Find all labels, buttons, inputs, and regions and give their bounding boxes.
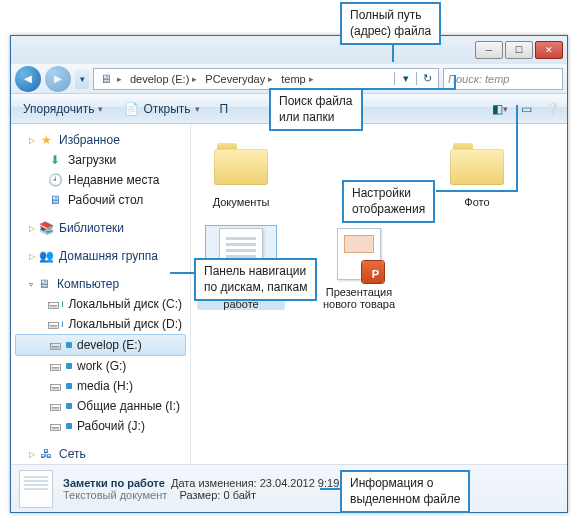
callout-navpanel: Панель навигации по дискам, папкам: [194, 258, 317, 301]
folder-icon: [214, 143, 268, 185]
nav-computer[interactable]: ▿🖥Компьютер: [11, 274, 190, 294]
network-icon: 🖧: [38, 446, 54, 462]
navigation-pane: ▷★Избранное ⬇Загрузки 🕘Недавние места 🖥Р…: [11, 124, 191, 464]
callout-line: [354, 88, 454, 90]
history-dropdown[interactable]: ▾: [75, 69, 89, 89]
drive-icon: 🖴: [47, 358, 63, 374]
nav-drive-h[interactable]: 🖴media (H:): [11, 376, 190, 396]
crumb-folder1[interactable]: PCeveryday▸: [201, 69, 277, 89]
view-mode-button[interactable]: ◧ ▾: [491, 100, 509, 118]
drive-icon: 🖴: [47, 296, 59, 312]
star-icon: ★: [38, 132, 54, 148]
open-icon: 📄: [123, 101, 139, 117]
nav-homegroup[interactable]: ▷👥Домашняя группа: [11, 246, 190, 266]
callout-line: [170, 272, 194, 274]
callout-info: Информация о выделенном файле: [340, 470, 470, 513]
item-folder-documents[interactable]: Документы: [197, 136, 285, 208]
titlebar: ─ ☐ ✕: [11, 36, 567, 64]
crumb-drive[interactable]: develop (E:)▸: [126, 69, 201, 89]
item-label: Фото: [464, 196, 489, 208]
callout-search: Поиск файла или папки: [269, 88, 363, 131]
back-button[interactable]: ◄: [15, 66, 41, 92]
drive-icon: 🖴: [47, 418, 63, 434]
organize-button[interactable]: Упорядочить ▾: [17, 100, 109, 118]
open-button[interactable]: 📄Открыть ▾: [117, 99, 205, 119]
minimize-button[interactable]: ─: [475, 41, 503, 59]
status-text: Заметки по работе Дата изменения: 23.04.…: [63, 477, 339, 501]
nav-desktop[interactable]: 🖥Рабочий стол: [11, 190, 190, 210]
maximize-button[interactable]: ☐: [505, 41, 533, 59]
powerpoint-icon: [337, 228, 381, 280]
homegroup-icon: 👥: [38, 248, 54, 264]
download-icon: ⬇: [47, 152, 63, 168]
refresh-button[interactable]: ↻: [416, 72, 438, 85]
nav-drive-c[interactable]: 🖴Локальный диск (C:): [11, 294, 190, 314]
callout-line: [454, 75, 456, 90]
folder-icon: [450, 143, 504, 185]
library-icon: 📚: [38, 220, 54, 236]
drive-icon: 🖴: [47, 316, 59, 332]
drive-icon: 🖴: [47, 398, 63, 414]
more-button[interactable]: П: [214, 100, 235, 118]
addr-dropdown[interactable]: ▾: [394, 72, 416, 85]
item-label: Презентация нового товара: [315, 286, 403, 310]
forward-button[interactable]: ►: [45, 66, 71, 92]
search-input[interactable]: Поиск: temp: [443, 68, 563, 90]
callout-line: [516, 105, 518, 192]
item-file-presentation[interactable]: Презентация нового товара: [315, 226, 403, 310]
callout-line: [320, 488, 340, 490]
nav-favorites[interactable]: ▷★Избранное: [11, 130, 190, 150]
crumb-folder2[interactable]: temp▸: [277, 69, 317, 89]
help-button[interactable]: ❔: [543, 100, 561, 118]
nav-libraries[interactable]: ▷📚Библиотеки: [11, 218, 190, 238]
crumb-root[interactable]: 🖥▸: [94, 69, 126, 89]
drive-icon: 🖴: [47, 378, 63, 394]
nav-drive-e[interactable]: 🖴develop (E:): [15, 334, 186, 356]
close-button[interactable]: ✕: [535, 41, 563, 59]
status-bar: Заметки по работе Дата изменения: 23.04.…: [11, 464, 567, 512]
computer-icon: 🖥: [36, 276, 52, 292]
callout-path: Полный путь (адрес) файла: [340, 2, 441, 45]
recent-icon: 🕘: [47, 172, 63, 188]
preview-pane-button[interactable]: ▭: [517, 100, 535, 118]
nav-drive-g[interactable]: 🖴work (G:): [11, 356, 190, 376]
search-placeholder: Поиск: temp: [448, 73, 509, 85]
nav-downloads[interactable]: ⬇Загрузки: [11, 150, 190, 170]
item-label: Документы: [213, 196, 270, 208]
callout-line: [436, 190, 516, 192]
nav-network[interactable]: ▷🖧Сеть: [11, 444, 190, 464]
nav-recent[interactable]: 🕘Недавние места: [11, 170, 190, 190]
address-box[interactable]: 🖥▸ develop (E:)▸ PCeveryday▸ temp▸ ▾ ↻: [93, 68, 439, 90]
callout-view: Настройки отображения: [342, 180, 435, 223]
nav-drive-d[interactable]: 🖴Локальный диск (D:): [11, 314, 190, 334]
item-folder-photo[interactable]: Фото: [433, 136, 521, 208]
nav-drive-j[interactable]: 🖴Рабочий (J:): [11, 416, 190, 436]
nav-drive-i[interactable]: 🖴Общие данные (I:): [11, 396, 190, 416]
drive-icon: 🖴: [47, 337, 63, 353]
desktop-icon: 🖥: [47, 192, 63, 208]
status-thumb-icon: [19, 470, 53, 508]
